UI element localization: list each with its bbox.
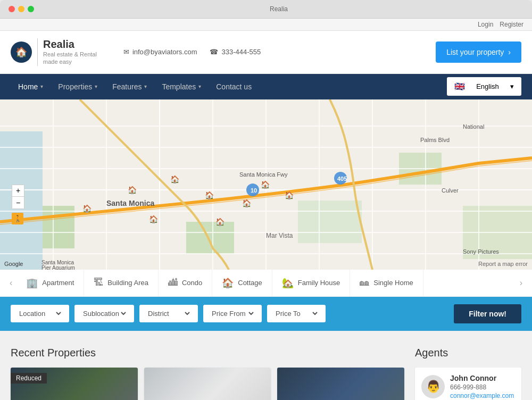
- property-image-2: [144, 368, 271, 400]
- zoom-out-button[interactable]: −: [12, 197, 24, 209]
- property-card-3[interactable]: [277, 368, 404, 400]
- nav-item-properties[interactable]: Properties ▾: [51, 74, 105, 99]
- building-area-icon: 🏗: [94, 277, 103, 288]
- logo-subtitle: Real estate & Rental made easy: [43, 51, 97, 66]
- property-card-1[interactable]: Reduced: [11, 368, 138, 400]
- agents-section: Agents 👨 John Connor 666-999-888 connor@…: [415, 347, 521, 400]
- price-from-select[interactable]: Price From: [210, 309, 255, 318]
- recent-properties-title: Recent Properties: [11, 347, 404, 359]
- location-filter[interactable]: Location: [11, 305, 69, 322]
- family-house-icon: 🏡: [282, 277, 294, 289]
- sublocation-select[interactable]: Sublocation: [81, 309, 128, 318]
- category-cottage[interactable]: 🏠 Cottage: [212, 270, 272, 296]
- nav-bar: Home ▾ Properties ▾ Features ▾ Templates…: [0, 74, 532, 99]
- google-attribution: Google: [4, 261, 23, 267]
- phone-icon: ☎: [210, 48, 218, 56]
- chevron-down-icon: ▾: [198, 84, 201, 89]
- single-home-icon: 🏘: [360, 277, 369, 288]
- category-building-area[interactable]: 🏗 Building Area: [84, 270, 159, 296]
- svg-text:🏠: 🏠: [82, 204, 92, 213]
- cottage-icon: 🏠: [222, 277, 234, 289]
- street-view-button[interactable]: 🚶: [12, 213, 23, 224]
- district-select[interactable]: District: [146, 309, 192, 318]
- filter-now-button[interactable]: Filter now!: [454, 304, 521, 323]
- email-icon: ✉: [123, 48, 129, 56]
- logo-name: Realia: [43, 38, 97, 51]
- location-select[interactable]: Location: [17, 309, 63, 318]
- agent-phone-john: 666-999-888: [450, 384, 514, 391]
- window-chrome: Realia: [0, 0, 532, 19]
- report-map-error[interactable]: Report a map error: [478, 261, 528, 267]
- login-link[interactable]: Login: [478, 21, 493, 28]
- list-property-button[interactable]: List your property ›: [436, 41, 521, 63]
- recent-properties-section: Recent Properties Reduced: [11, 347, 404, 400]
- logo-icon: 🏠: [11, 41, 32, 63]
- chevron-down-icon: ▾: [95, 84, 97, 89]
- close-button[interactable]: [9, 6, 15, 12]
- category-items: 🏢 Apartment 🏗 Building Area 🏙 Condo 🏠 Co…: [16, 270, 515, 296]
- svg-rect-4: [298, 201, 362, 243]
- register-link[interactable]: Register: [500, 21, 523, 28]
- svg-text:🏠: 🏠: [170, 175, 180, 184]
- email-info: ✉ info@byaviators.com: [123, 48, 197, 56]
- svg-text:National: National: [463, 123, 484, 130]
- category-prev-button[interactable]: ‹: [5, 278, 16, 288]
- svg-text:🏠: 🏠: [215, 218, 225, 227]
- window-title: Realia: [34, 5, 523, 13]
- reduced-badge: Reduced: [11, 373, 47, 384]
- nav-item-features[interactable]: Features ▾: [105, 74, 154, 99]
- svg-text:🏠: 🏠: [149, 215, 159, 224]
- property-image-1: Reduced: [11, 368, 138, 400]
- agent-email-john[interactable]: connor@example.com: [450, 392, 514, 399]
- svg-text:Palms Blvd: Palms Blvd: [420, 137, 450, 143]
- apartment-icon: 🏢: [26, 277, 38, 289]
- chevron-down-icon: ▾: [40, 84, 43, 89]
- svg-text:Mar Vista: Mar Vista: [266, 232, 293, 239]
- svg-text:Santa Monica: Santa Monica: [106, 199, 154, 207]
- svg-rect-3: [186, 222, 234, 254]
- svg-text:Pier Aquarium: Pier Aquarium: [41, 265, 75, 270]
- agent-avatar-john: 👨: [421, 375, 445, 398]
- map-zoom-controls[interactable]: + −: [12, 185, 24, 209]
- price-to-select[interactable]: Price To: [273, 309, 319, 318]
- maximize-button[interactable]: [28, 6, 34, 12]
- svg-rect-2: [43, 206, 74, 248]
- category-condo[interactable]: 🏙 Condo: [159, 270, 212, 296]
- nav-item-templates[interactable]: Templates ▾: [154, 74, 209, 99]
- agent-card-john[interactable]: 👨 John Connor 666-999-888 connor@example…: [415, 368, 521, 400]
- language-selector[interactable]: 🇬🇧 English ▾: [447, 77, 521, 96]
- nav-item-home[interactable]: Home ▾: [11, 74, 51, 99]
- svg-text:Sony Pictures: Sony Pictures: [463, 248, 499, 255]
- properties-grid: Reduced: [11, 368, 404, 400]
- svg-text:🏠: 🏠: [261, 180, 270, 189]
- category-apartment[interactable]: 🏢 Apartment: [16, 270, 84, 296]
- phone-info: ☎ 333-444-555: [210, 48, 261, 56]
- minimize-button[interactable]: [18, 6, 24, 12]
- property-card-2[interactable]: [144, 368, 271, 400]
- filter-bar: Location Sublocation District Price From…: [0, 297, 532, 331]
- map-container[interactable]: Santa Monica Santa Monica Fwy Mar Vista …: [0, 99, 532, 270]
- svg-text:🏠: 🏠: [128, 186, 137, 195]
- nav-items: Home ▾ Properties ▾ Features ▾ Templates…: [11, 74, 259, 99]
- flag-icon: 🇬🇧: [454, 81, 465, 91]
- district-filter[interactable]: District: [139, 305, 198, 322]
- category-single-home[interactable]: 🏘 Single Home: [350, 270, 423, 296]
- agent-name-john: John Connor: [450, 374, 514, 382]
- header-contact: ✉ info@byaviators.com ☎ 333-444-555: [123, 48, 425, 56]
- phone-number: 333-444-555: [221, 48, 261, 56]
- nav-item-contact[interactable]: Contact us: [209, 74, 259, 99]
- zoom-in-button[interactable]: +: [12, 185, 24, 197]
- category-family-house[interactable]: 🏡 Family House: [272, 270, 350, 296]
- svg-text:🏠: 🏠: [242, 199, 252, 208]
- header: 🏠 Realia Real estate & Rental made easy …: [0, 31, 532, 74]
- sublocation-filter[interactable]: Sublocation: [74, 305, 134, 322]
- price-to-filter[interactable]: Price To: [267, 305, 326, 322]
- logo-text: Realia Real estate & Rental made easy: [37, 38, 97, 66]
- traffic-lights: [9, 6, 34, 12]
- main-content: Recent Properties Reduced Agents: [0, 331, 532, 400]
- category-next-button[interactable]: ›: [516, 278, 527, 288]
- price-from-filter[interactable]: Price From: [203, 305, 262, 322]
- email-address: info@byaviators.com: [132, 48, 197, 56]
- language-label: English: [476, 82, 499, 90]
- chevron-down-icon: ▾: [144, 84, 147, 89]
